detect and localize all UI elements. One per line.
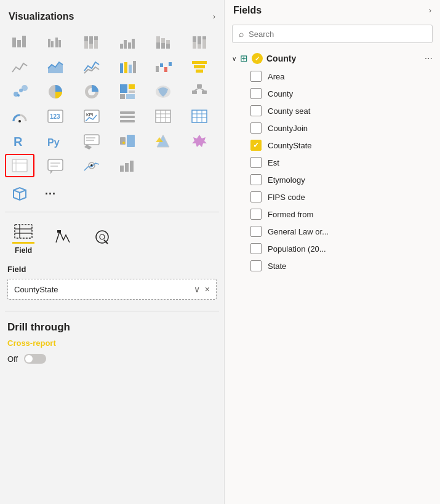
- viz-smart-narrative[interactable]: [77, 129, 106, 153]
- format-tab-icon: [54, 229, 72, 245]
- viz-r-visual[interactable]: R: [5, 129, 34, 153]
- viz-gauge[interactable]: [5, 105, 34, 128]
- field-checkbox-county-seat[interactable]: [250, 105, 262, 116]
- svg-rect-40: [196, 70, 203, 73]
- field-checkbox-formed-from[interactable]: [250, 209, 262, 220]
- viz-panel-collapse[interactable]: ›: [213, 12, 215, 21]
- viz-chevron-more[interactable]: [5, 182, 34, 206]
- fields-panel: Fields › ⌕ ∨ ⊞ County ··· Area County Co…: [225, 0, 440, 504]
- viz-custom-visual[interactable]: [185, 129, 214, 153]
- svg-rect-56: [202, 90, 207, 94]
- field-checkbox-area[interactable]: [250, 71, 262, 82]
- svg-rect-37: [169, 62, 172, 66]
- field-checkbox-general-law[interactable]: [250, 226, 262, 237]
- viz-speech-bubble[interactable]: [41, 154, 70, 177]
- field-item-state[interactable]: State: [225, 257, 440, 274]
- field-item-countyjoin[interactable]: CountyJoin: [225, 119, 440, 137]
- search-box[interactable]: ⌕: [232, 25, 433, 43]
- viz-100-stacked-column[interactable]: [185, 31, 214, 54]
- fields-panel-header: Fields ›: [225, 0, 440, 22]
- field-checkbox-population[interactable]: [250, 243, 262, 254]
- viz-decomposition[interactable]: [185, 80, 214, 103]
- field-checkbox-est[interactable]: [250, 157, 262, 168]
- field-checkbox-county[interactable]: [250, 88, 262, 99]
- svg-text:KPI: KPI: [86, 113, 93, 117]
- viz-stacked-column[interactable]: [148, 31, 178, 54]
- cross-report-label: Cross-report: [7, 338, 217, 348]
- svg-marker-92: [50, 170, 53, 174]
- svg-rect-98: [125, 163, 129, 172]
- field-tab-bar: [12, 242, 34, 244]
- viz-anomaly[interactable]: [77, 154, 106, 177]
- svg-rect-16: [132, 39, 135, 49]
- svg-rect-91: [48, 159, 63, 170]
- toggle-switch[interactable]: [24, 354, 46, 364]
- viz-clustered-column[interactable]: [113, 31, 142, 54]
- viz-funnel[interactable]: [185, 55, 214, 79]
- viz-area[interactable]: [41, 55, 70, 79]
- viz-slicer[interactable]: [113, 105, 142, 128]
- svg-rect-10: [89, 36, 93, 44]
- tab-analytics[interactable]: [87, 226, 117, 252]
- field-dropdown-close[interactable]: ×: [205, 284, 210, 294]
- viz-page-nav[interactable]: [113, 129, 142, 153]
- field-item-est[interactable]: Est: [225, 154, 440, 171]
- field-item-area[interactable]: Area: [225, 68, 440, 85]
- viz-matrix[interactable]: [185, 105, 214, 128]
- viz-table-visual[interactable]: [148, 105, 178, 128]
- viz-line-clustered[interactable]: [77, 55, 106, 79]
- field-item-county-seat[interactable]: County seat: [225, 102, 440, 119]
- field-checkbox-state[interactable]: [250, 260, 262, 271]
- viz-more-options[interactable]: ···: [36, 182, 65, 206]
- analytics-tab-bar: [91, 247, 113, 249]
- viz-shape-map[interactable]: [148, 129, 178, 153]
- viz-kpi[interactable]: KPI: [77, 105, 106, 128]
- viz-waterfall[interactable]: [148, 55, 178, 79]
- tab-format[interactable]: [48, 226, 78, 252]
- field-dropdown[interactable]: CountyState ∨ ×: [7, 279, 217, 300]
- fields-panel-collapse[interactable]: ›: [429, 6, 431, 15]
- svg-rect-4: [51, 41, 54, 47]
- viz-clustered-bar[interactable]: [41, 31, 70, 54]
- field-item-countystate[interactable]: CountyState: [225, 137, 440, 154]
- svg-rect-65: [120, 116, 135, 118]
- field-list: ∨ ⊞ County ··· Area County County seat C…: [225, 49, 440, 504]
- field-item-etymology[interactable]: Etymology: [225, 171, 440, 188]
- field-checkbox-fips[interactable]: [250, 191, 262, 202]
- tab-field[interactable]: Field: [9, 221, 38, 257]
- field-label-general-law: General Law or...: [268, 227, 329, 236]
- viz-map[interactable]: [148, 80, 178, 103]
- viz-100-stacked-bar[interactable]: [77, 31, 106, 54]
- field-group-county[interactable]: ∨ ⊞ County ···: [225, 49, 440, 68]
- field-item-general-law[interactable]: General Law or...: [225, 223, 440, 240]
- viz-line[interactable]: [5, 55, 34, 79]
- field-checkbox-countystate[interactable]: [250, 140, 262, 151]
- field-item-fips[interactable]: FIPS code: [225, 188, 440, 206]
- svg-rect-32: [129, 65, 132, 73]
- svg-rect-36: [164, 67, 167, 72]
- svg-rect-49: [129, 84, 135, 89]
- svg-rect-20: [161, 43, 165, 49]
- field-item-formed-from[interactable]: Formed from: [225, 206, 440, 223]
- search-input[interactable]: [249, 30, 426, 39]
- field-label-countyjoin: CountyJoin: [268, 124, 308, 133]
- viz-ribbon[interactable]: [113, 55, 142, 79]
- field-item-county[interactable]: County: [225, 85, 440, 102]
- group-more-icon[interactable]: ···: [425, 53, 433, 64]
- viz-py-visual[interactable]: Py: [41, 129, 70, 153]
- viz-card[interactable]: 123: [41, 105, 70, 128]
- viz-donut[interactable]: [77, 80, 106, 103]
- viz-pie[interactable]: [41, 80, 70, 103]
- svg-rect-24: [193, 36, 196, 42]
- viz-selected-icon[interactable]: [5, 154, 34, 177]
- field-checkbox-countyjoin[interactable]: [250, 122, 262, 134]
- field-checkbox-etymology[interactable]: [250, 174, 262, 185]
- field-item-population[interactable]: Population (20...: [225, 240, 440, 257]
- toggle-label: Off: [7, 354, 18, 364]
- field-dropdown-chevron[interactable]: ∨: [194, 284, 200, 294]
- viz-stacked-bar[interactable]: [5, 31, 34, 54]
- viz-scatter[interactable]: [5, 80, 34, 103]
- viz-bar-chart2[interactable]: [113, 154, 142, 177]
- svg-rect-52: [129, 90, 135, 93]
- viz-treemap[interactable]: [113, 80, 142, 103]
